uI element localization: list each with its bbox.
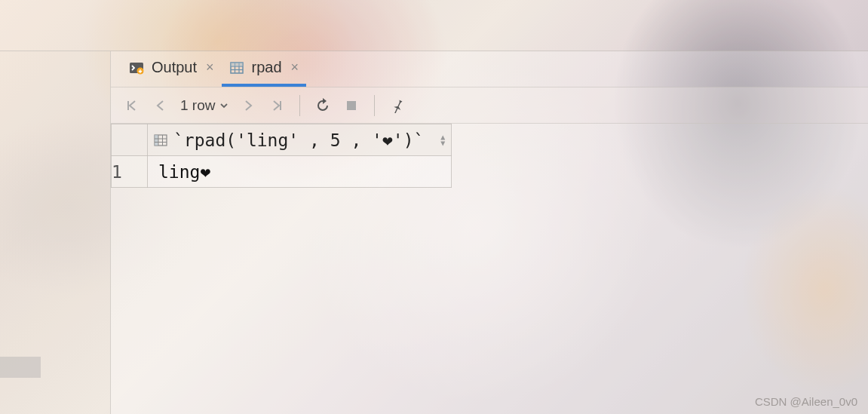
watermark: CSDN @Aileen_0v0 bbox=[755, 395, 857, 408]
row-count-label: 1 row bbox=[180, 97, 215, 114]
close-icon[interactable]: × bbox=[204, 60, 216, 75]
sort-icon[interactable]: ▲▼ bbox=[440, 134, 445, 146]
cell-value[interactable]: ling❤ bbox=[148, 156, 452, 188]
chevron-down-icon bbox=[219, 101, 229, 110]
table-corner bbox=[112, 124, 148, 156]
prev-page-button[interactable] bbox=[152, 97, 170, 115]
gutter-strip bbox=[0, 357, 41, 378]
result-table: `rpad('ling' , 5 , '❤')` ▲▼ 1 ling❤ bbox=[111, 124, 452, 188]
row-number: 1 bbox=[112, 156, 148, 188]
tab-label: Output bbox=[152, 59, 197, 76]
table-area: `rpad('ling' , 5 , '❤')` ▲▼ 1 ling❤ bbox=[111, 124, 868, 414]
tabs-bar: Output × rpad × bbox=[111, 51, 868, 87]
column-name: `rpad('ling' , 5 , '❤')` bbox=[173, 130, 424, 150]
table-icon bbox=[229, 60, 244, 75]
console-icon bbox=[129, 60, 144, 75]
left-gutter bbox=[0, 51, 110, 414]
top-bar bbox=[0, 0, 868, 51]
divider bbox=[299, 95, 300, 116]
toolbar: 1 row bbox=[111, 87, 868, 124]
row-count-dropdown[interactable]: 1 row bbox=[180, 97, 229, 114]
close-icon[interactable]: × bbox=[290, 60, 301, 75]
first-page-button[interactable] bbox=[123, 97, 141, 115]
next-page-button[interactable] bbox=[239, 97, 257, 115]
refresh-button[interactable] bbox=[314, 97, 332, 115]
column-icon bbox=[154, 133, 167, 147]
tab-label: rpad bbox=[252, 59, 282, 76]
pin-button[interactable] bbox=[388, 97, 406, 115]
column-header[interactable]: `rpad('ling' , 5 , '❤')` ▲▼ bbox=[148, 124, 452, 156]
tab-rpad[interactable]: rpad × bbox=[222, 51, 307, 87]
last-page-button[interactable] bbox=[268, 97, 286, 115]
stop-button[interactable] bbox=[342, 97, 360, 115]
svg-rect-7 bbox=[231, 63, 243, 66]
svg-rect-8 bbox=[347, 101, 356, 110]
tab-output[interactable]: Output × bbox=[121, 51, 222, 87]
svg-rect-10 bbox=[155, 135, 158, 146]
divider bbox=[374, 95, 375, 116]
table-row[interactable]: 1 ling❤ bbox=[112, 156, 452, 188]
